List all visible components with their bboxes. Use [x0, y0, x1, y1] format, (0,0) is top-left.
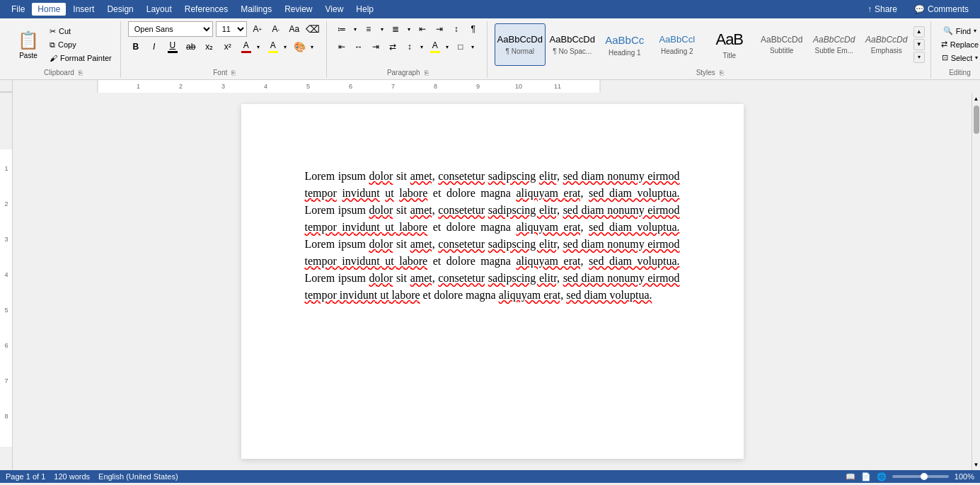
numbering-dropdown[interactable]: ▾: [378, 21, 386, 37]
clipboard-expand-icon[interactable]: ⎘: [79, 69, 82, 76]
view-mode-web[interactable]: 🌐: [877, 472, 887, 481]
change-case-button[interactable]: Aa: [287, 21, 302, 37]
align-left-button[interactable]: ⇤: [334, 39, 350, 55]
decrease-font-size-button[interactable]: A-: [268, 21, 284, 37]
font-row-1: Open Sans 11 A+ A- Aa ⌫: [128, 21, 321, 37]
style-emphasis[interactable]: AaBbCcDd Emphasis: [861, 23, 912, 66]
select-button[interactable]: ⊡ Select ▾: [939, 52, 980, 64]
increase-indent-button[interactable]: ⇥: [432, 21, 447, 37]
bullets-dropdown[interactable]: ▾: [351, 21, 359, 37]
menu-file[interactable]: File: [6, 3, 30, 16]
highlight-color-button[interactable]: A: [265, 39, 281, 55]
style-heading2[interactable]: AaBbCcl Heading 2: [652, 23, 703, 66]
menu-mailings[interactable]: Mailings: [235, 3, 277, 16]
style-subtitle[interactable]: AaBbCcDd Subtitle: [756, 23, 807, 66]
paragraph-expand-icon[interactable]: ⎘: [425, 69, 428, 76]
highlight-dropdown[interactable]: ▾: [281, 39, 289, 55]
status-language[interactable]: English (United States): [98, 472, 178, 481]
styles-expand-icon[interactable]: ⎘: [720, 69, 723, 76]
scroll-up-arrow[interactable]: ▲: [972, 93, 981, 104]
cut-button[interactable]: ✂ Cut: [47, 25, 115, 38]
styles-scroll-down[interactable]: ▼: [913, 39, 925, 50]
menu-bar: File Home Insert Design Layout Reference…: [0, 0, 980, 18]
align-right-button[interactable]: ⇥: [368, 39, 384, 55]
style-subtle-em[interactable]: AaBbCcDd Subtle Em...: [809, 23, 860, 66]
strikethrough-button[interactable]: ab: [183, 39, 199, 55]
right-scrollbar[interactable]: ▲ ▼: [972, 93, 980, 470]
select-dropdown[interactable]: ▾: [975, 55, 978, 61]
font-color-dropdown[interactable]: ▾: [254, 39, 263, 55]
shading-dropdown[interactable]: ▾: [308, 39, 316, 55]
align-center-button[interactable]: ↔: [351, 39, 367, 55]
svg-text:8: 8: [4, 413, 8, 420]
copy-button[interactable]: ⧉ Copy: [47, 39, 115, 51]
comments-icon: 💬: [914, 4, 925, 14]
numbering-button[interactable]: ≡: [361, 21, 376, 37]
style-title[interactable]: AaB Title: [704, 23, 755, 66]
clear-formatting-button[interactable]: ⌫: [305, 21, 321, 37]
font-color-button[interactable]: A: [238, 39, 254, 55]
font-row-2: B I U ab x₂ x²: [128, 39, 316, 55]
para-shading-dropdown[interactable]: ▾: [443, 39, 451, 55]
subscript-button[interactable]: x₂: [202, 39, 217, 55]
find-button[interactable]: 🔍 Find ▾: [940, 25, 979, 37]
multilevel-button[interactable]: ≣: [388, 21, 403, 37]
shading-button[interactable]: 🎨: [292, 39, 308, 55]
scroll-track: [973, 105, 980, 457]
style-no-spacing[interactable]: AaBbCcDd ¶ No Spac...: [547, 23, 598, 66]
document-content[interactable]: Lorem ipsum dolor sit amet, consetetur s…: [305, 168, 680, 304]
comments-button[interactable]: 💬 Comments: [909, 3, 974, 16]
replace-button[interactable]: ⇄ Replace: [938, 38, 980, 50]
svg-text:6: 6: [4, 342, 8, 349]
menu-references[interactable]: References: [179, 3, 234, 16]
svg-text:2: 2: [4, 200, 8, 207]
status-page: Page 1 of 1: [6, 472, 45, 481]
view-mode-print[interactable]: 📄: [861, 472, 871, 481]
menu-help[interactable]: Help: [350, 3, 379, 16]
scroll-thumb[interactable]: [974, 105, 979, 134]
zoom-slider[interactable]: [892, 475, 949, 478]
line-spacing-button[interactable]: ↕: [402, 39, 417, 55]
bullets-button[interactable]: ≔: [334, 21, 350, 37]
view-mode-read[interactable]: 📖: [846, 472, 855, 481]
styles-expand[interactable]: ▾: [913, 52, 925, 63]
italic-button[interactable]: I: [146, 39, 162, 55]
sort-button[interactable]: ↕: [449, 21, 464, 37]
font-family-select[interactable]: Open Sans: [128, 21, 213, 37]
styles-scroll-up[interactable]: ▲: [913, 26, 925, 38]
menu-insert[interactable]: Insert: [67, 3, 100, 16]
justify-button[interactable]: ⇄: [385, 39, 400, 55]
font-size-select[interactable]: 11: [216, 21, 247, 37]
menu-design[interactable]: Design: [101, 3, 139, 16]
document-page[interactable]: Lorem ipsum dolor sit amet, consetetur s…: [241, 104, 744, 459]
underline-button[interactable]: U: [165, 39, 180, 55]
menu-home[interactable]: Home: [32, 3, 66, 16]
paste-button[interactable]: 📋 Paste: [11, 21, 45, 67]
show-hide-button[interactable]: ¶: [466, 21, 481, 37]
superscript-button[interactable]: x²: [220, 39, 236, 55]
format-painter-button[interactable]: 🖌 Format Painter: [47, 52, 115, 64]
multilevel-dropdown[interactable]: ▾: [405, 21, 413, 37]
styles-group: AaBbCcDd ¶ Normal AaBbCcDd ¶ No Spac... …: [489, 21, 931, 78]
paragraph-label: Paragraph ⎘: [334, 67, 481, 78]
style-subtitle-label: Subtitle: [770, 47, 793, 55]
svg-text:2: 2: [179, 83, 183, 90]
menu-view[interactable]: View: [320, 3, 350, 16]
scroll-down-arrow[interactable]: ▼: [972, 459, 981, 470]
decrease-indent-button[interactable]: ⇤: [415, 21, 430, 37]
borders-button[interactable]: □: [453, 39, 468, 55]
find-dropdown[interactable]: ▾: [974, 28, 976, 34]
menu-layout[interactable]: Layout: [141, 3, 178, 16]
para-shading-button[interactable]: A: [427, 39, 443, 55]
menu-review[interactable]: Review: [279, 3, 318, 16]
borders-dropdown[interactable]: ▾: [468, 39, 477, 55]
share-button[interactable]: ↑ Share: [862, 3, 903, 16]
line-spacing-dropdown[interactable]: ▾: [417, 39, 426, 55]
svg-text:6: 6: [349, 83, 352, 90]
style-normal[interactable]: AaBbCcDd ¶ Normal: [495, 23, 546, 66]
increase-font-size-button[interactable]: A+: [250, 21, 265, 37]
style-heading1[interactable]: AaBbCc Heading 1: [599, 23, 650, 66]
font-expand-icon[interactable]: ⎘: [231, 69, 235, 76]
horizontal-ruler: 1 2 3 4 5 6 7 8 9 10 11: [13, 80, 980, 93]
bold-button[interactable]: B: [128, 39, 144, 55]
